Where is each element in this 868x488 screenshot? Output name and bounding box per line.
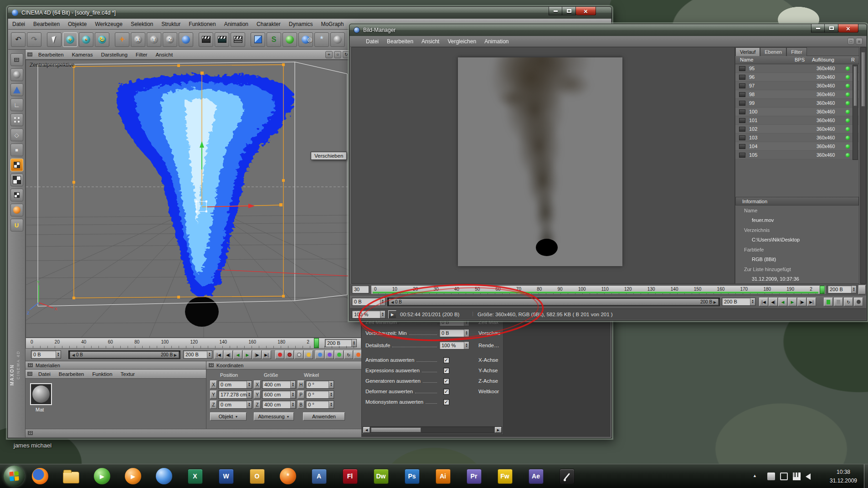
menu-objekte[interactable]: Objekte xyxy=(64,19,91,29)
current-frame-marker[interactable] xyxy=(820,286,825,294)
menu-bearbeiten[interactable]: Bearbeiten xyxy=(29,19,64,29)
bm-menu-vergleichen[interactable]: Vergleichen xyxy=(443,36,480,46)
expressions-auswerten-checkbox[interactable] xyxy=(443,368,449,374)
pan-view-icon[interactable]: + xyxy=(325,51,333,58)
word-icon[interactable]: W xyxy=(215,466,237,486)
panel-grip-icon[interactable] xyxy=(209,363,214,367)
spinner-arrows[interactable] xyxy=(329,391,334,398)
materials-menu-datei[interactable]: Datei xyxy=(34,370,55,379)
excel-icon[interactable]: X xyxy=(184,466,206,486)
detailstufe-field[interactable]: 100 % xyxy=(439,341,469,349)
current-frame-marker[interactable] xyxy=(314,338,319,348)
cinema4d-titlebar[interactable]: CINEMA 4D (64 Bit) - [sooty_fire.c4d *] xyxy=(8,7,611,19)
convert-object-icon[interactable] xyxy=(10,53,23,66)
previous-key-button[interactable] xyxy=(769,298,778,306)
deformer-auswerten-checkbox[interactable] xyxy=(443,389,449,395)
spinner-arrows[interactable] xyxy=(464,329,469,337)
play-forward-button[interactable] xyxy=(788,298,797,306)
coordinates-panel-header[interactable]: Koordinaten xyxy=(206,361,361,370)
menu-dynamics[interactable]: Dynamics xyxy=(285,19,317,29)
list-item[interactable]: 101360x460 xyxy=(735,116,859,125)
texture-mode-icon[interactable] xyxy=(10,159,23,171)
media-player-green-icon[interactable]: ▶ xyxy=(91,466,113,486)
network-icon[interactable] xyxy=(793,473,801,480)
bm-menu-animation[interactable]: Animation xyxy=(480,36,513,46)
spinner-arrows[interactable] xyxy=(207,351,212,358)
position-x-field[interactable]: 0 cm xyxy=(218,380,252,389)
scroll-right-arrow[interactable]: ▶ xyxy=(495,427,502,433)
material-name[interactable]: Mat xyxy=(36,407,44,412)
position-z-field[interactable]: 0 cm xyxy=(218,401,252,409)
record-parameter-toggle[interactable] xyxy=(325,350,334,359)
list-item[interactable]: 99360x460 xyxy=(735,99,859,108)
orange-app-icon[interactable]: * xyxy=(277,466,299,486)
playback-mode-button[interactable] xyxy=(844,298,853,306)
panel-grip-icon[interactable] xyxy=(28,431,33,435)
spinner-arrows[interactable] xyxy=(247,401,252,408)
ruler-options-button[interactable] xyxy=(858,285,866,294)
text-editor-icon[interactable]: A xyxy=(308,466,330,486)
ruler-end-field[interactable]: 200 B xyxy=(827,285,857,293)
list-item[interactable]: 100360x460 xyxy=(735,108,859,116)
settings-hscrollbar[interactable]: ◀ ▶ xyxy=(363,426,502,433)
go-to-end-button[interactable] xyxy=(262,350,271,359)
scroll-left-arrow[interactable]: ◀ xyxy=(363,427,370,433)
outlook-icon[interactable]: O xyxy=(246,466,268,486)
list-item[interactable]: 105360x460 xyxy=(735,151,859,159)
menu-werkzeuge[interactable]: Werkzeuge xyxy=(91,19,126,29)
show-hidden-icons-button[interactable]: ▲ xyxy=(753,473,757,478)
list-item[interactable]: 102360x460 xyxy=(735,125,859,134)
vorschauzeit-field[interactable]: 0 B xyxy=(439,329,469,337)
premiere-icon[interactable]: Pr xyxy=(463,466,485,486)
viewport-menu-ansicht[interactable]: Ansicht xyxy=(151,50,177,59)
spinner-arrows[interactable] xyxy=(247,391,252,398)
preview-range-slider[interactable]: ◀ 0 B 200 B ▶ xyxy=(68,350,180,359)
panel-grip-icon[interactable] xyxy=(27,52,32,57)
uv-mode-icon[interactable] xyxy=(10,189,23,201)
list-item[interactable]: 95360x460 xyxy=(735,64,859,73)
angle-b-field[interactable]: 0 ° xyxy=(306,401,334,409)
spinner-arrows[interactable] xyxy=(380,311,385,318)
next-key-button[interactable] xyxy=(797,298,806,306)
start-button[interactable] xyxy=(4,466,25,487)
flash-icon[interactable]: Fl xyxy=(339,466,361,486)
maximize-button[interactable] xyxy=(562,7,576,15)
coordinate-system-icon[interactable]: ◎ xyxy=(179,32,193,47)
viewport-3d[interactable]: Y X Z Zentralperspektive Verschieben xyxy=(26,60,361,338)
media-player-orange-icon[interactable]: ▶ xyxy=(122,466,144,486)
autokey-button[interactable] xyxy=(285,350,294,359)
menu-funktionen[interactable]: Funktionen xyxy=(185,19,220,29)
maximize-button[interactable] xyxy=(825,24,838,33)
viewport-menu-bearbeiten[interactable]: Bearbeiten xyxy=(34,50,68,59)
go-to-start-button[interactable] xyxy=(759,298,768,306)
dreamweaver-icon[interactable]: Dw xyxy=(370,466,392,486)
motionsystem-auswerten-checkbox[interactable] xyxy=(443,399,449,405)
display-icon[interactable] xyxy=(780,473,788,480)
volume-icon[interactable] xyxy=(806,473,811,480)
spinner-arrows[interactable] xyxy=(329,381,334,388)
materials-menu-textur[interactable]: Textur xyxy=(117,370,139,379)
size-x-field[interactable]: 400 cm xyxy=(262,380,296,389)
zoom-level-field[interactable]: 100 % xyxy=(352,310,385,318)
menu-animation[interactable]: Animation xyxy=(220,19,252,29)
polygons-mode-icon[interactable]: ■ xyxy=(10,144,23,156)
close-button[interactable] xyxy=(576,7,596,15)
timeline-end-field[interactable]: 200 B xyxy=(325,339,357,347)
ruler-start-field[interactable]: 30 xyxy=(352,285,369,293)
spinner-arrows[interactable] xyxy=(290,381,295,388)
main-timeline-ruler[interactable]: 0 20 40 60 80 100 120 140 160 180 2 200 … xyxy=(26,338,361,349)
list-item[interactable]: 98360x460 xyxy=(735,90,859,99)
spinner-arrows[interactable] xyxy=(351,339,356,347)
menu-datei[interactable]: Datei xyxy=(8,19,29,29)
loop-toggle[interactable] xyxy=(824,298,833,306)
anwenden-button[interactable]: Anwenden xyxy=(303,412,345,421)
go-to-start-button[interactable] xyxy=(214,350,223,359)
preview-play-button[interactable]: ▶ xyxy=(388,310,396,318)
viewport-menu-filter[interactable]: Filter xyxy=(132,50,152,59)
fireworks-icon[interactable]: Fw xyxy=(494,466,516,486)
clock[interactable]: 10:38 31.12.2009 xyxy=(824,468,863,485)
spinner-arrows[interactable] xyxy=(56,351,61,358)
angle-p-field[interactable]: 0 ° xyxy=(306,390,334,399)
list-item[interactable]: 97360x460 xyxy=(735,82,859,90)
play-backward-button[interactable] xyxy=(778,298,787,306)
